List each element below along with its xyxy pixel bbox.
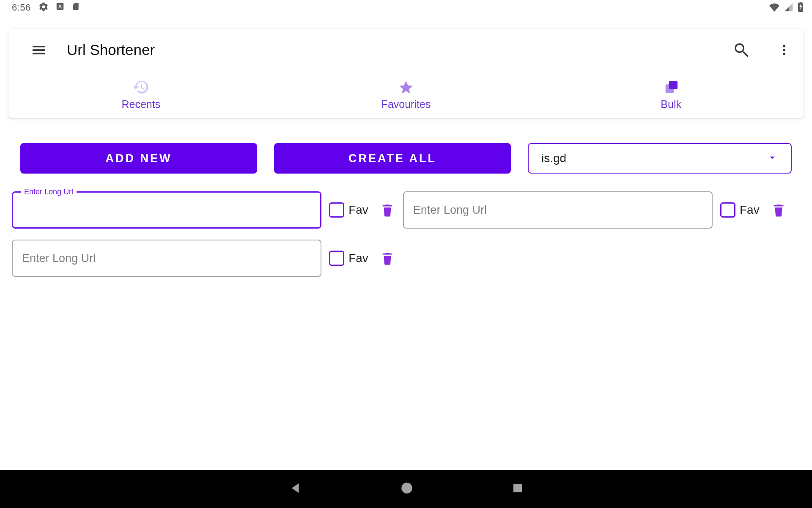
fav-checkbox-3[interactable] [329,251,344,266]
more-vert-icon[interactable] [777,41,791,58]
url-input-3-field[interactable] [22,240,311,276]
fav-checkbox-1[interactable] [329,202,344,218]
keyboard-icon: A [55,2,65,14]
fav-label-3: Fav [348,251,368,265]
fav-block-3: Fav [329,251,368,266]
svg-point-3 [783,49,785,51]
url-input-2-field[interactable] [413,192,702,228]
chevron-down-icon [766,152,778,165]
delete-button-2[interactable] [771,202,786,218]
android-nav-bar [0,470,812,508]
fav-checkbox-2[interactable] [720,202,735,218]
status-left-group: 6:56 A [12,2,80,14]
url-input-1-field[interactable] [22,193,311,227]
url-input-2[interactable] [403,191,713,229]
tab-recents-label: Recents [121,98,160,110]
tab-recents[interactable]: Recents [8,71,274,118]
svg-point-7 [401,483,412,494]
fav-block-2: Fav [720,202,760,218]
svg-point-2 [783,45,785,47]
nav-overview-icon[interactable] [511,482,524,496]
add-new-button[interactable]: ADD NEW [20,143,257,174]
appbar-left: Url Shortener [18,41,155,58]
app-card: Url Shortener Recents Favourites [8,29,804,118]
copy-stack-icon [663,79,680,96]
fav-label-2: Fav [740,203,760,217]
tabs: Recents Favourites Bulk [8,71,804,118]
star-icon [398,79,414,96]
svg-rect-6 [669,81,678,89]
app-title: Url Shortener [67,41,155,58]
tab-favourites-label: Favourites [381,98,431,110]
history-icon [132,79,149,96]
url-rows: Enter Long Url Fav Fav Fav [12,191,798,277]
service-select-value: is.gd [541,152,566,165]
tab-favourites[interactable]: Favourites [274,71,539,118]
status-icons-left: A [38,2,80,14]
url-row-1: Enter Long Url Fav [12,191,395,229]
signal-icon [784,3,793,14]
app-bar: Url Shortener [8,29,804,71]
svg-rect-8 [513,484,522,492]
action-row: ADD NEW CREATE ALL is.gd [20,143,792,174]
delete-button-1[interactable] [380,202,395,218]
hamburger-menu-icon[interactable] [30,41,47,58]
gear-icon [38,2,49,14]
url-row-2: Fav [403,191,786,229]
android-status-bar: 6:56 A [0,0,812,15]
fav-label-1: Fav [348,203,368,217]
status-icons-right [769,2,804,14]
create-all-button[interactable]: CREATE ALL [274,143,511,174]
nav-home-icon[interactable] [400,481,414,497]
svg-text:A: A [58,4,62,10]
tab-bulk-label: Bulk [661,98,681,110]
url-row-3: Fav [12,240,395,277]
url-input-1-label: Enter Long Url [21,188,77,196]
service-select[interactable]: is.gd [528,143,792,174]
battery-charging-icon [798,2,804,14]
nav-back-icon[interactable] [288,481,302,497]
fav-block-1: Fav [329,202,368,218]
svg-point-4 [783,52,785,55]
sd-card-icon [71,2,80,14]
tab-bulk[interactable]: Bulk [538,71,804,118]
search-icon[interactable] [732,41,750,59]
url-input-3[interactable] [12,240,321,277]
status-time: 6:56 [12,2,31,13]
url-input-1[interactable]: Enter Long Url [12,191,321,229]
delete-button-3[interactable] [380,250,395,267]
wifi-icon [769,3,780,14]
